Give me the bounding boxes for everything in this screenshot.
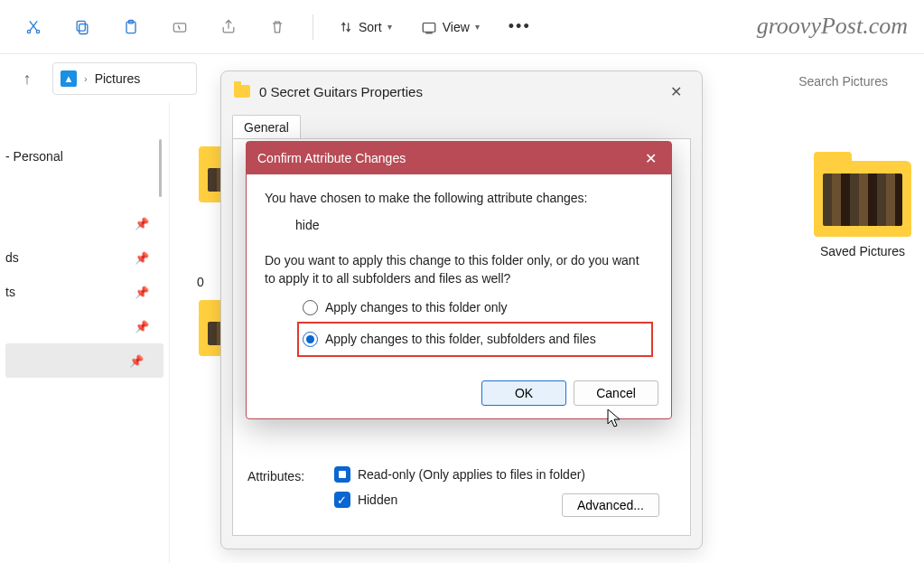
radio-group: Apply changes to this folder only Apply … xyxy=(265,287,653,359)
close-icon[interactable]: ✕ xyxy=(663,80,689,104)
sort-dropdown[interactable]: Sort ▾ xyxy=(328,9,403,45)
advanced-button[interactable]: Advanced... xyxy=(562,493,659,517)
sort-icon xyxy=(339,20,353,34)
pin-icon: 📌 xyxy=(135,251,149,265)
pictures-icon: ▲ xyxy=(61,70,77,87)
radio-label: Apply changes to this folder, subfolders… xyxy=(325,330,596,348)
radio-label: Apply changes to this folder only xyxy=(325,298,508,316)
checkbox-indeterminate-icon[interactable] xyxy=(334,466,350,483)
confirm-titlebar[interactable]: Confirm Attribute Changes ✕ xyxy=(247,142,671,174)
ellipsis-icon: ••• xyxy=(509,17,531,36)
delete-icon[interactable] xyxy=(257,9,298,45)
readonly-label: Read-only (Only applies to files in fold… xyxy=(358,467,585,482)
readonly-checkbox-row[interactable]: Read-only (Only applies to files in fold… xyxy=(334,466,659,483)
svg-rect-5 xyxy=(423,23,435,32)
chevron-down-icon: ▾ xyxy=(387,22,392,32)
more-button[interactable]: ••• xyxy=(498,9,542,45)
radio-recursive[interactable]: Apply changes to this folder, subfolders… xyxy=(301,326,646,352)
confirm-buttons: OK Cancel xyxy=(247,371,671,418)
tab-general[interactable]: General xyxy=(232,115,301,138)
pin-icon: 📌 xyxy=(135,286,149,299)
confirm-change: hide xyxy=(265,207,653,250)
breadcrumb-location: Pictures xyxy=(95,71,141,86)
chevron-down-icon: ▾ xyxy=(475,22,480,32)
cut-icon[interactable] xyxy=(13,9,54,45)
chevron-right-icon: › xyxy=(84,73,88,84)
attributes-section: Attributes: Read-only (Only applies to f… xyxy=(247,466,676,517)
cancel-button[interactable]: Cancel xyxy=(574,380,658,406)
sidebar-item[interactable]: 📌 xyxy=(0,309,169,343)
breadcrumb[interactable]: ▲ › Pictures xyxy=(52,62,197,95)
ok-button[interactable]: OK xyxy=(481,380,566,406)
radio-checked-icon[interactable] xyxy=(303,332,318,347)
sidebar: - Personal 📌 ds 📌 ts 📌 📌 📌 xyxy=(0,103,170,563)
attributes-label: Attributes: xyxy=(247,466,331,483)
sidebar-item[interactable]: 📌 xyxy=(5,343,163,378)
sidebar-item[interactable]: 📌 xyxy=(0,206,169,240)
sidebar-item[interactable]: - Personal xyxy=(0,139,169,174)
pin-icon: 📌 xyxy=(129,354,144,368)
folder-icon xyxy=(234,85,250,98)
share-icon[interactable] xyxy=(208,9,249,45)
pin-icon: 📌 xyxy=(135,217,149,230)
pin-icon: 📌 xyxy=(135,320,149,333)
checkbox-checked-icon[interactable]: ✓ xyxy=(334,492,350,508)
highlight-box: Apply changes to this folder, subfolders… xyxy=(297,322,653,356)
toolbar-separator xyxy=(313,14,313,40)
folder-icon xyxy=(814,161,911,237)
search-input[interactable]: Search Pictures xyxy=(798,74,888,89)
confirm-question: Do you want to apply this change to this… xyxy=(265,251,653,288)
folder-label-partial: 0 xyxy=(197,275,204,289)
sort-label: Sort xyxy=(359,20,382,34)
sidebar-item[interactable]: ts 📌 xyxy=(0,275,169,309)
view-icon xyxy=(421,20,437,34)
svg-rect-1 xyxy=(77,21,85,31)
confirm-body: You have chosen to make the following at… xyxy=(247,174,671,371)
close-icon[interactable]: ✕ xyxy=(641,150,660,167)
svg-rect-0 xyxy=(79,23,88,33)
confirm-intro: You have chosen to make the following at… xyxy=(265,189,653,207)
hidden-label: Hidden xyxy=(358,493,397,507)
folder-label: Saved Pictures xyxy=(808,244,917,258)
watermark: groovyPost.com xyxy=(757,13,908,40)
properties-titlebar[interactable]: 0 Secret Guitars Properties ✕ xyxy=(221,71,702,111)
paste-icon[interactable] xyxy=(110,9,152,45)
radio-folder-only[interactable]: Apply changes to this folder only xyxy=(301,295,653,320)
copy-icon[interactable] xyxy=(61,9,103,45)
sidebar-item-label: ts xyxy=(5,285,15,299)
confirm-dialog: Confirm Attribute Changes ✕ You have cho… xyxy=(246,141,672,419)
sidebar-item-label: ds xyxy=(5,250,19,265)
up-icon[interactable]: ↑ xyxy=(14,70,40,89)
folder-item[interactable]: Saved Pictures xyxy=(808,161,917,258)
rename-icon[interactable] xyxy=(159,9,201,45)
radio-icon[interactable] xyxy=(303,300,318,315)
properties-tabs: General xyxy=(221,111,702,138)
confirm-title-text: Confirm Attribute Changes xyxy=(257,151,406,165)
sidebar-item-label: - Personal xyxy=(5,149,63,164)
view-dropdown[interactable]: View ▾ xyxy=(410,9,490,45)
sidebar-item[interactable]: ds 📌 xyxy=(0,240,169,275)
properties-title: 0 Secret Guitars Properties xyxy=(259,84,654,99)
view-label: View xyxy=(443,20,470,34)
